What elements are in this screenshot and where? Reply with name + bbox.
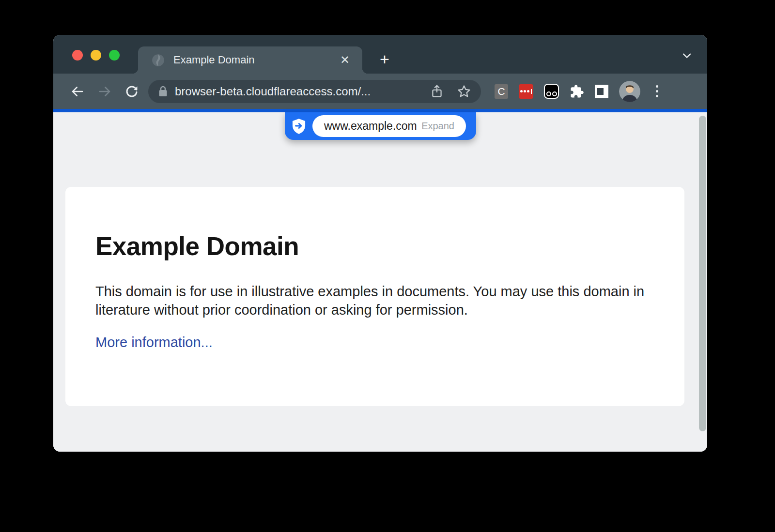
zoom-window-button[interactable] [109, 50, 120, 61]
address-bar[interactable]: browser-beta.cloudflareaccess.com/... [148, 80, 481, 103]
window-controls [72, 50, 120, 61]
c-extension-icon[interactable]: C [495, 84, 508, 99]
close-window-button[interactable] [72, 50, 83, 61]
more-information-link[interactable]: More information... [95, 334, 213, 350]
isolation-domain-pill[interactable]: www.example.com Expand [285, 112, 476, 140]
isolated-domain-text: www.example.com [324, 120, 421, 133]
binoculars-extension-icon[interactable] [544, 84, 559, 99]
profile-avatar[interactable] [619, 81, 640, 102]
bookmark-star-icon[interactable] [457, 84, 471, 99]
frame-extension-icon[interactable] [595, 85, 608, 98]
page-viewport: www.example.com Expand Example Domain Th… [53, 112, 707, 452]
back-button[interactable] [64, 81, 91, 102]
page-body-text: This domain is for use in illustrative e… [95, 282, 652, 319]
chevron-down-icon[interactable] [680, 48, 694, 62]
share-icon[interactable] [431, 84, 443, 99]
tab-strip: Example Domain ✕ + [53, 35, 707, 74]
minimize-window-button[interactable] [91, 50, 101, 61]
extensions-row: C [495, 81, 661, 102]
globe-favicon-icon [152, 54, 165, 67]
tab-example-domain[interactable]: Example Domain ✕ [138, 46, 362, 74]
close-tab-icon[interactable]: ✕ [338, 52, 352, 68]
loading-accent-line [53, 109, 707, 112]
browser-window: Example Domain ✕ + [53, 35, 707, 452]
puzzle-extensions-icon[interactable] [570, 84, 584, 99]
isolation-pill-inner[interactable]: www.example.com Expand [312, 115, 466, 137]
tab-title: Example Domain [173, 54, 338, 66]
expand-button[interactable]: Expand [421, 121, 454, 132]
lastpass-extension-icon[interactable] [519, 84, 533, 99]
shield-arrow-icon [291, 118, 307, 135]
browser-menu-kebab-icon[interactable] [653, 83, 661, 99]
forward-button[interactable] [91, 81, 118, 102]
reload-button[interactable] [118, 81, 145, 102]
page-title: Example Domain [95, 231, 653, 261]
vertical-scrollbar[interactable] [699, 116, 706, 431]
lock-icon [158, 85, 168, 98]
toolbar: browser-beta.cloudflareaccess.com/... [53, 74, 707, 109]
example-domain-card: Example Domain This domain is for use in… [65, 187, 684, 406]
new-tab-button[interactable]: + [375, 49, 394, 69]
url-text: browser-beta.cloudflareaccess.com/... [175, 85, 425, 98]
